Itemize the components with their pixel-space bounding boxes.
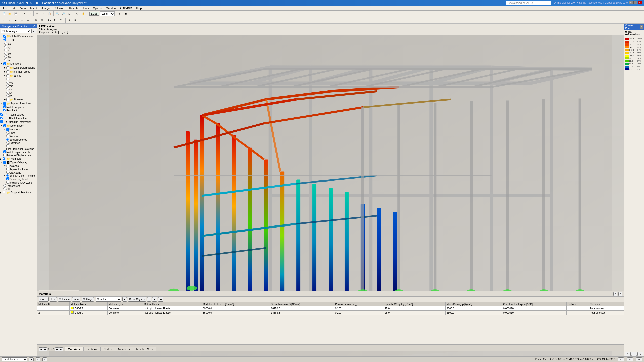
grid-btn[interactable]: ⊞ [73,18,78,23]
view-xy-status-btn[interactable]: XY [627,357,633,361]
materials-close-btn[interactable]: ✕ [613,292,617,296]
view-3d-btn[interactable]: 3D [618,357,624,361]
maximize-button[interactable]: □ [633,1,637,4]
menu-item-help[interactable]: Help [134,6,144,10]
zoom-out-button[interactable]: 🔎 [61,11,66,17]
minimize-button[interactable]: − [629,1,633,4]
paste-button[interactable]: 📋 [47,11,52,17]
save-button[interactable]: 💾 [13,11,19,17]
menu-item-file[interactable]: File [1,6,10,10]
view-xy-btn[interactable]: XY [47,18,52,23]
fit-button[interactable]: ⊡ [67,11,72,17]
nav-kx[interactable]: κx [6,87,37,91]
tab-sections[interactable]: Sections [83,347,100,351]
strains-checkbox[interactable] [6,74,9,77]
uz-radio[interactable] [4,49,7,51]
stop-btn[interactable]: ■ [123,11,129,17]
nav-filter-btn[interactable]: ▼ [31,29,36,33]
struct-filter-btn[interactable]: ▼ [122,297,127,302]
view-xz-status-btn[interactable]: XZ [636,357,642,361]
edit-btn[interactable]: Edit [50,297,57,302]
nav-phix[interactable]: φx [3,52,37,55]
nav-smoothing-level[interactable]: Smoothing Level [6,177,37,181]
ux-radio[interactable] [4,42,7,45]
nav-maxmin-info[interactable]: ⬆ Max/Min Information [0,120,37,124]
nav-filter-select[interactable]: Static Analysis [1,29,31,33]
supp-react-checkbox[interactable] [3,102,6,105]
next-page-btn[interactable]: ▶ [55,347,59,351]
nav-ex[interactable]: εx [6,78,37,81]
nav-off[interactable]: Off [3,187,37,191]
move-btn[interactable]: ⤢ [7,18,13,23]
pan-button[interactable]: ✋ [80,11,86,17]
cp-close-btn[interactable]: ✕ [640,25,643,29]
phiy-radio[interactable] [4,55,7,58]
tab-members[interactable]: Members [115,347,133,351]
tab-materials[interactable]: Materials [65,347,83,351]
nav-members2[interactable]: ▶ 📁 Members [0,157,37,161]
nav-sep-lines[interactable]: Separation Lines [6,168,37,171]
cp-zoom-out-btn[interactable]: - [631,352,637,356]
new-button[interactable]: 📄 [1,11,7,17]
status-icon2[interactable]: ○ [36,357,40,361]
materials-expand-btn[interactable]: △ [618,292,622,296]
display-all-btn[interactable]: ⊞ [33,18,38,23]
nav-extremes[interactable]: Extremes [6,141,37,144]
nav-u-abs[interactable]: 〜 |u| [3,38,37,42]
filter1-btn[interactable]: ▶ [152,297,157,302]
selection-btn[interactable]: Selection [58,297,71,302]
nav-kz[interactable]: κz [6,94,37,97]
last-page-btn[interactable]: ▶| [59,347,63,351]
menu-item-cad-bim[interactable]: CAD-BIM [118,6,134,10]
nav-uy[interactable]: uy [3,45,37,49]
nav-ky[interactable]: κy [6,91,37,94]
zoom-in-button[interactable]: 🔍 [55,11,60,17]
close-button[interactable]: ✕ [638,1,642,4]
menu-item-insert[interactable]: Insert [28,6,39,10]
nav-nodal-supports[interactable]: Nodal Supports [3,105,37,109]
nav-gray-zone[interactable]: Gray Zone [6,171,37,174]
nav-gxz[interactable]: γxz [6,84,37,87]
goto-btn[interactable]: Go To [39,297,49,302]
menu-item-tools[interactable]: Tools [80,6,91,10]
u-abs-radio[interactable] [3,38,6,41]
basic-objects-btn[interactable]: Basic Objects [128,297,146,302]
gd-checkbox[interactable] [3,35,6,38]
table-row[interactable]: 2 C40/50 Concrete Isotropic | Linear Ela… [37,311,624,315]
cs-select[interactable]: 1 - Global XYZ [2,357,27,361]
copy-button[interactable]: ⎘ [41,11,46,17]
nav-transparent[interactable]: Transparent [3,184,37,187]
undo-button[interactable]: ↩ [21,11,26,17]
axis-btn[interactable]: ⊕ [67,18,72,23]
nav-including-gray-zone[interactable]: Including Gray Zone [6,181,37,184]
line-btn[interactable]: ─ [19,18,25,23]
cut-button[interactable]: ✂ [35,11,40,17]
members-checkbox[interactable] [3,62,6,65]
select-btn[interactable]: ↖ [1,18,7,23]
menu-item-assign[interactable]: Assign [39,6,52,10]
display-none-btn[interactable]: ⊟ [39,18,45,23]
structure-select[interactable]: Structure [96,297,121,302]
uy-radio[interactable] [4,45,7,48]
stresses-checkbox[interactable] [6,98,9,101]
nav-ux[interactable]: ux [3,42,37,45]
phiz-radio[interactable] [4,58,7,61]
filter2-btn[interactable]: ◀ [158,297,163,302]
status-icon1[interactable]: ● [29,357,34,361]
nav-phiz[interactable]: φz [3,58,37,62]
nav-result-values[interactable]: 📋 Result Values [0,113,37,117]
nav-uz[interactable]: uz [3,49,37,52]
nav-resultant[interactable]: Resultant [3,109,37,112]
nav-section-colored[interactable]: Section Colored [6,138,37,141]
nav-phiy[interactable]: φy [3,55,37,58]
cp-settings-btn[interactable]: ⚙ [637,352,643,356]
table-row[interactable]: 1 C60/75 Concrete Isotropic | Linear Ela… [37,306,624,311]
nav-gyz[interactable]: γyz [6,81,37,84]
redo-button[interactable]: ↪ [27,11,32,17]
open-button[interactable]: 📂 [7,11,13,17]
members-expand[interactable]: ▼ [1,63,3,65]
local-def-checkbox[interactable] [6,66,9,69]
basic-obj-arrow-btn[interactable]: ▼ [147,297,151,302]
prev-page-btn[interactable]: ◀ [43,347,47,351]
menu-item-results[interactable]: Results [67,6,80,10]
